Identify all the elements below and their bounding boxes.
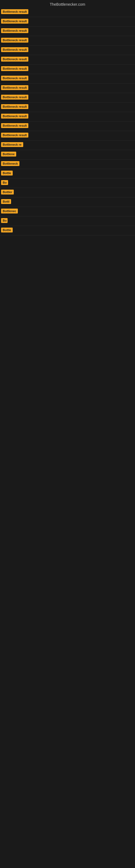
list-item: Bottleneck result xyxy=(0,84,135,93)
bottleneck-result-badge[interactable]: Bottleneck result xyxy=(1,19,28,24)
bottleneck-result-badge[interactable]: Bottleneck result xyxy=(1,133,28,137)
list-item: Bottleneck result xyxy=(0,45,135,55)
bottleneck-result-badge[interactable]: Bottleneck xyxy=(1,161,19,166)
list-item: Bottl xyxy=(0,197,135,207)
bottleneck-result-badge[interactable]: Bottleneck result xyxy=(1,9,28,14)
list-item: Bo xyxy=(0,179,135,188)
bottleneck-result-badge[interactable]: Bottleneck result xyxy=(1,123,28,128)
bottleneck-result-badge[interactable]: Bo xyxy=(1,180,8,185)
list-item: Bo xyxy=(0,216,135,226)
list-item: Bottleneck result xyxy=(0,93,135,102)
results-container: Bottleneck resultBottleneck resultBottle… xyxy=(0,8,135,236)
bottleneck-result-badge[interactable]: Bo xyxy=(1,218,8,223)
bottleneck-result-badge[interactable]: Bottleneck result xyxy=(1,104,28,109)
bottleneck-result-badge[interactable]: Bottle xyxy=(1,227,13,232)
list-item: Bottleneck re xyxy=(0,141,135,150)
bottleneck-result-badge[interactable]: Bottleneck result xyxy=(1,47,28,52)
list-item: Bottleneck result xyxy=(0,122,135,131)
bottleneck-result-badge[interactable]: Bottleneck result xyxy=(1,28,28,33)
bottleneck-result-badge[interactable]: Bottleneck re xyxy=(1,142,23,147)
bottleneck-result-badge[interactable]: Bottl xyxy=(1,199,11,204)
bottleneck-result-badge[interactable]: Bottleneck result xyxy=(1,95,28,99)
list-item: Bottle xyxy=(0,169,135,179)
bottleneck-result-badge[interactable]: Bottleneck result xyxy=(1,85,28,90)
list-item: Bottleneck result xyxy=(0,36,135,45)
bottleneck-result-badge[interactable]: Bottle xyxy=(1,170,13,176)
list-item: Bottleneck result xyxy=(0,65,135,74)
list-item: Bottlene xyxy=(0,150,135,159)
list-item: Bottleneck xyxy=(0,159,135,169)
list-item: Bottleneck result xyxy=(0,74,135,84)
list-item: Bottleneck result xyxy=(0,102,135,112)
list-item: Bottleneck result xyxy=(0,131,135,141)
bottleneck-result-badge[interactable]: Bottleneck result xyxy=(1,57,28,62)
bottleneck-result-badge[interactable]: Bottleneck result xyxy=(1,76,28,81)
list-item: Bottle xyxy=(0,226,135,236)
list-item: Bottlenec xyxy=(0,207,135,216)
bottleneck-result-badge[interactable]: Bottleneck result xyxy=(1,66,28,71)
list-item: Bottleneck result xyxy=(0,27,135,36)
bottleneck-result-badge[interactable]: Bottlene xyxy=(1,152,16,156)
site-title: TheBottlenecker.com xyxy=(0,0,135,8)
bottleneck-result-badge[interactable]: Bottleneck result xyxy=(1,38,28,42)
bottleneck-result-badge[interactable]: Bottleneck result xyxy=(1,114,28,119)
list-item: Bottleneck result xyxy=(0,55,135,65)
list-item: Bottleneck result xyxy=(0,8,135,17)
list-item: Bottleneck result xyxy=(0,112,135,122)
bottleneck-result-badge[interactable]: Bottlenec xyxy=(1,209,18,214)
bottleneck-result-badge[interactable]: Bottler xyxy=(1,190,14,194)
list-item: Bottleneck result xyxy=(0,17,135,27)
list-item: Bottler xyxy=(0,188,135,197)
